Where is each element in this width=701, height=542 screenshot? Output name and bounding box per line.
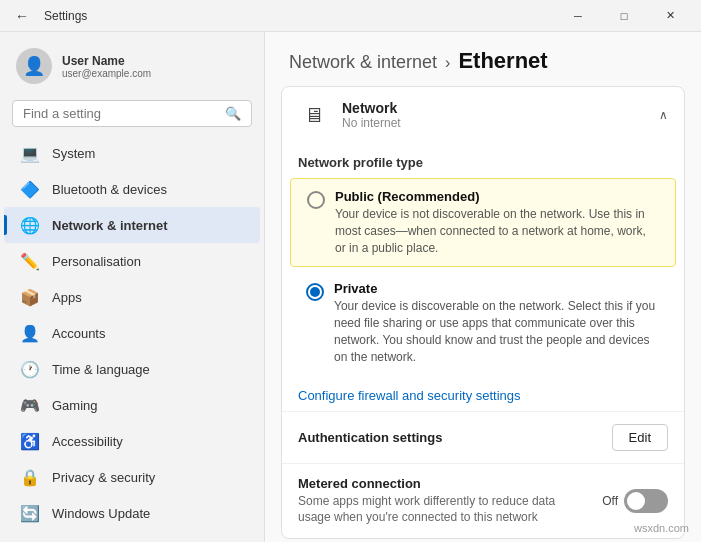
accessibility-icon: ♿ xyxy=(20,431,40,451)
system-icon: 💻 xyxy=(20,143,40,163)
private-radio[interactable] xyxy=(306,283,324,301)
privacy-icon: 🔒 xyxy=(20,467,40,487)
user-name: User Name xyxy=(62,54,151,68)
content-body: 🖥 Network No internet ∧ Network profile … xyxy=(265,86,701,542)
search-input[interactable] xyxy=(23,106,219,121)
avatar: 👤 xyxy=(16,48,52,84)
card-header-text: Network No internet xyxy=(342,100,401,130)
public-profile-option[interactable]: Public (Recommended) Your device is not … xyxy=(290,178,676,267)
sidebar-item-label: Windows Update xyxy=(52,506,150,521)
sidebar-item-accessibility[interactable]: ♿ Accessibility xyxy=(4,423,260,459)
sidebar-item-label: Gaming xyxy=(52,398,98,413)
toggle-label: Off xyxy=(602,494,618,508)
user-info: User Name user@example.com xyxy=(62,54,151,79)
watermark: wsxdn.com xyxy=(634,522,689,534)
sidebar-item-label: System xyxy=(52,146,95,161)
accounts-icon: 👤 xyxy=(20,323,40,343)
profile-section-title: Network profile type xyxy=(282,143,684,178)
user-email: user@example.com xyxy=(62,68,151,79)
sidebar-item-time[interactable]: 🕐 Time & language xyxy=(4,351,260,387)
metered-title: Metered connection xyxy=(298,476,578,491)
sidebar-item-label: Privacy & security xyxy=(52,470,155,485)
search-icon: 🔍 xyxy=(225,106,241,121)
network-icon: 🌐 xyxy=(20,215,40,235)
public-option-text: Public (Recommended) Your device is not … xyxy=(335,189,659,256)
toggle-thumb xyxy=(627,492,645,510)
sidebar-item-label: Apps xyxy=(52,290,82,305)
firewall-link[interactable]: Configure firewall and security settings xyxy=(282,380,684,411)
auth-settings-row: Authentication settings Edit xyxy=(282,411,684,463)
window-controls: ─ □ ✕ xyxy=(555,0,693,32)
sidebar-item-label: Network & internet xyxy=(52,218,168,233)
minimize-button[interactable]: ─ xyxy=(555,0,601,32)
sidebar-item-apps[interactable]: 📦 Apps xyxy=(4,279,260,315)
bluetooth-icon: 🔷 xyxy=(20,179,40,199)
titlebar-title: Settings xyxy=(44,9,547,23)
chevron-up-icon: ∧ xyxy=(659,108,668,122)
edit-button[interactable]: Edit xyxy=(612,424,668,451)
sidebar-item-label: Personalisation xyxy=(52,254,141,269)
metered-desc: Some apps might work differently to redu… xyxy=(298,493,578,527)
app-body: 👤 User Name user@example.com 🔍 💻 System … xyxy=(0,32,701,542)
network-card-title: Network xyxy=(342,100,401,116)
close-button[interactable]: ✕ xyxy=(647,0,693,32)
sidebar-item-label: Accounts xyxy=(52,326,105,341)
public-option-desc: Your device is not discoverable on the n… xyxy=(335,206,659,256)
sidebar-item-bluetooth[interactable]: 🔷 Bluetooth & devices xyxy=(4,171,260,207)
network-card-subtitle: No internet xyxy=(342,116,401,130)
sidebar-item-privacy[interactable]: 🔒 Privacy & security xyxy=(4,459,260,495)
network-card-header[interactable]: 🖥 Network No internet ∧ xyxy=(282,87,684,143)
sidebar: 👤 User Name user@example.com 🔍 💻 System … xyxy=(0,32,265,542)
toggle-container: Off xyxy=(602,489,668,513)
apps-icon: 📦 xyxy=(20,287,40,307)
card-header-left: 🖥 Network No internet xyxy=(298,99,401,131)
sidebar-item-label: Bluetooth & devices xyxy=(52,182,167,197)
breadcrumb-separator: › xyxy=(445,54,450,72)
personalise-icon: ✏️ xyxy=(20,251,40,271)
monitor-icon: 🖥 xyxy=(298,99,330,131)
content-area: Network & internet › Ethernet 🖥 Network … xyxy=(265,32,701,542)
page-title: Ethernet xyxy=(458,48,547,74)
sidebar-item-gaming[interactable]: 🎮 Gaming xyxy=(4,387,260,423)
breadcrumb: Network & internet xyxy=(289,52,437,73)
time-icon: 🕐 xyxy=(20,359,40,379)
sidebar-item-accounts[interactable]: 👤 Accounts xyxy=(4,315,260,351)
maximize-button[interactable]: □ xyxy=(601,0,647,32)
sidebar-item-label: Accessibility xyxy=(52,434,123,449)
sidebar-item-label: Time & language xyxy=(52,362,150,377)
search-box[interactable]: 🔍 xyxy=(12,100,252,127)
update-icon: 🔄 xyxy=(20,503,40,523)
content-header: Network & internet › Ethernet xyxy=(265,32,701,86)
private-profile-option[interactable]: Private Your device is discoverable on t… xyxy=(290,271,676,375)
public-option-title: Public (Recommended) xyxy=(335,189,659,204)
auth-settings-label: Authentication settings xyxy=(298,430,442,445)
sidebar-item-update[interactable]: 🔄 Windows Update xyxy=(4,495,260,531)
private-option-title: Private xyxy=(334,281,660,296)
metered-left: Metered connection Some apps might work … xyxy=(298,476,578,527)
network-card: 🖥 Network No internet ∧ Network profile … xyxy=(281,86,685,539)
sidebar-item-system[interactable]: 💻 System xyxy=(4,135,260,171)
gaming-icon: 🎮 xyxy=(20,395,40,415)
sidebar-user[interactable]: 👤 User Name user@example.com xyxy=(0,40,264,96)
private-option-text: Private Your device is discoverable on t… xyxy=(334,281,660,365)
metered-toggle[interactable] xyxy=(624,489,668,513)
sidebar-item-personalisation[interactable]: ✏️ Personalisation xyxy=(4,243,260,279)
public-radio[interactable] xyxy=(307,191,325,209)
sidebar-item-network[interactable]: 🌐 Network & internet xyxy=(4,207,260,243)
metered-connection-row: Metered connection Some apps might work … xyxy=(282,463,684,539)
private-option-desc: Your device is discoverable on the netwo… xyxy=(334,298,660,365)
back-button[interactable]: ← xyxy=(8,2,36,30)
titlebar: ← Settings ─ □ ✕ xyxy=(0,0,701,32)
